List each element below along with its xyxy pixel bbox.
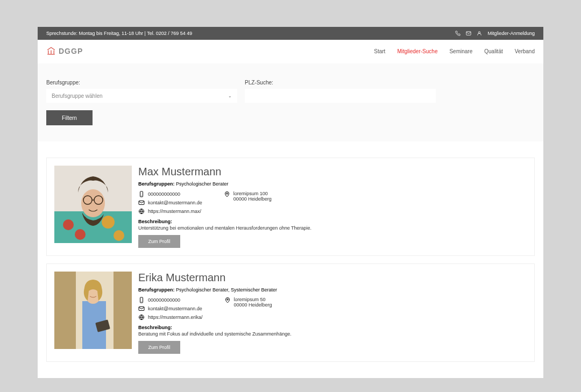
logo-text: DGGP <box>59 47 83 55</box>
filter-button[interactable]: Filtern <box>46 110 93 125</box>
pin-icon <box>224 191 230 197</box>
member-groups: Berufsgruppen: Psychologischer Berater <box>138 181 527 187</box>
member-email: kontakt@mustermann.de <box>138 305 203 312</box>
mobile-icon <box>138 191 145 197</box>
description-label: Beschreibung: <box>138 325 527 330</box>
member-address: loremipsum 50 00000 Heidelberg <box>224 297 272 308</box>
logo-icon <box>46 46 56 56</box>
envelope-icon <box>138 305 145 312</box>
svg-point-9 <box>75 229 86 240</box>
globe-icon <box>138 314 145 320</box>
member-description: Beratung mit Fokus auf individuelle und … <box>138 331 527 337</box>
member-email: kontakt@mustermann.de <box>138 199 202 206</box>
filter-plz-label: PLZ-Suche: <box>245 80 436 85</box>
filter-section: Berufsgruppe: Berufsgruppe wählen ⌄ PLZ-… <box>38 63 543 141</box>
chevron-down-icon: ⌄ <box>228 94 232 98</box>
member-groups: Berufsgruppen: Psychologischer Berater, … <box>138 287 527 293</box>
nav-item-mitglieder-suche[interactable]: Mitglieder-Suche <box>397 48 437 54</box>
svg-point-34 <box>226 299 228 301</box>
description-label: Beschreibung: <box>138 219 527 224</box>
berufsgruppe-placeholder: Berufsgruppe wählen <box>52 93 103 99</box>
plz-input[interactable] <box>245 89 436 103</box>
office-hours: Sprechstunde: Montag bis Freitag, 11-18 … <box>46 31 192 36</box>
nav-item-qualitaet[interactable]: Qualität <box>484 48 502 54</box>
svg-point-21 <box>226 193 228 195</box>
mobile-icon <box>138 297 145 303</box>
profile-button[interactable]: Zum Profil <box>138 235 180 248</box>
pin-icon <box>224 297 231 303</box>
member-photo <box>54 166 132 243</box>
profile-button[interactable]: Zum Profil <box>138 341 180 354</box>
member-address: loremipsum 100 00000 Heidelberg <box>224 191 272 202</box>
svg-point-8 <box>63 219 74 230</box>
svg-rect-24 <box>114 272 132 349</box>
member-phone: 000000000000 <box>138 191 202 197</box>
svg-point-10 <box>102 216 115 229</box>
svg-point-1 <box>479 32 480 33</box>
member-name: Erika Mustermann <box>138 272 527 284</box>
member-card: Erika Mustermann Berufsgruppen: Psycholo… <box>46 263 535 362</box>
main-header: DGGP Start Mitglieder-Suche Seminare Qua… <box>38 40 543 63</box>
member-photo <box>54 272 132 349</box>
member-login-link[interactable]: Mitglieder-Anmeldung <box>487 31 535 36</box>
nav-item-seminare[interactable]: Seminare <box>449 48 472 54</box>
svg-rect-23 <box>54 272 76 349</box>
nav-item-start[interactable]: Start <box>374 48 385 54</box>
logo[interactable]: DGGP <box>46 46 83 56</box>
phone-icon[interactable] <box>455 31 460 36</box>
member-name: Max Mustermann <box>138 166 527 178</box>
user-icon <box>477 31 482 36</box>
member-card: Max Mustermann Berufsgruppen: Psychologi… <box>46 158 535 256</box>
main-nav: Start Mitglieder-Suche Seminare Qualität… <box>374 48 535 54</box>
top-bar: Sprechstunde: Montag bis Freitag, 11-18 … <box>38 27 543 40</box>
member-website: https://mustermann.erika/ <box>138 314 203 320</box>
envelope-icon <box>138 199 145 206</box>
filter-group-label: Berufsgruppe: <box>46 80 237 85</box>
results-section: Max Mustermann Berufsgruppen: Psychologi… <box>38 141 543 378</box>
berufsgruppe-select[interactable]: Berufsgruppe wählen ⌄ <box>46 89 237 103</box>
mail-icon[interactable] <box>466 31 471 36</box>
svg-point-11 <box>114 230 124 241</box>
globe-icon <box>138 208 145 215</box>
member-website: https://mustermann.max/ <box>138 208 202 215</box>
member-phone: 000000000000 <box>138 297 203 303</box>
nav-item-verband[interactable]: Verband <box>515 48 535 54</box>
member-description: Unterstützung bei emotionalen und mental… <box>138 225 527 231</box>
